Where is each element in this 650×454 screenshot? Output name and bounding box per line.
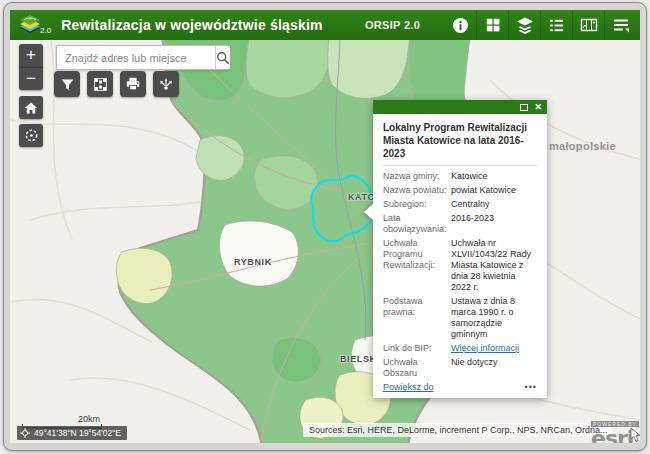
popup-body: Lokalny Program Rewitalizacji Miasta Kat…	[373, 114, 547, 398]
locate-icon	[24, 128, 39, 143]
print-button[interactable]	[120, 71, 146, 97]
mouse-cursor	[630, 428, 640, 443]
field-value: 2016-2023	[451, 213, 537, 235]
app-header: 2.0 Rewitalizacja w województwie śląskim…	[10, 10, 640, 40]
menu-icon[interactable]	[604, 10, 636, 40]
search-icon	[216, 51, 230, 65]
field-label: Link do BIP:	[383, 343, 451, 354]
field-row: Podstawa prawna:Ustawa z dnia 8 marca 19…	[383, 296, 537, 340]
orsip-logo-icon: 2.0	[18, 14, 51, 36]
popup-title: Lokalny Program Rewitalizacji Miasta Kat…	[383, 121, 537, 166]
filter-button[interactable]	[54, 71, 80, 97]
data-grid-button[interactable]	[87, 71, 113, 97]
share-button[interactable]	[153, 71, 179, 97]
field-row: Link do BIP:Więcej informacji	[383, 343, 537, 354]
home-button[interactable]	[19, 96, 43, 119]
map-attribution: Sources: Esri, HERE, DeLorme, increment …	[303, 423, 613, 437]
home-icon	[24, 101, 38, 115]
layers-icon[interactable]	[508, 10, 540, 40]
field-row: Uchwała ObszaruNie dotyczy	[383, 357, 537, 379]
crosshair-icon	[20, 428, 30, 438]
popup-footer: Powiększ do •••	[383, 382, 537, 392]
zoom-control: + −	[19, 44, 43, 90]
field-row: Subregion:Centralny	[383, 199, 537, 210]
field-label: Lata obowiązywania:	[383, 213, 451, 235]
zoom-in-button[interactable]: +	[19, 44, 43, 67]
basemap-icon[interactable]	[572, 10, 604, 40]
locate-button[interactable]	[19, 124, 43, 147]
zoom-out-button[interactable]: −	[19, 67, 43, 90]
print-icon	[125, 76, 141, 92]
field-label: Uchwała Programu Rewitalizacji:	[383, 238, 451, 293]
apps-grid-icon[interactable]	[476, 10, 508, 40]
field-row: Nazwa gminy:Katowice	[383, 171, 537, 182]
search-box	[56, 45, 228, 70]
scale-label: 20km	[22, 414, 102, 424]
app-title: Rewitalizacja w województwie śląskim	[61, 17, 323, 33]
field-label: Podstawa prawna:	[383, 296, 451, 340]
map-canvas[interactable]: opolskie RYBNIK KATOWICE BIELSKO-BIAŁA m…	[10, 40, 640, 443]
zoom-to-link[interactable]: Powiększ do	[383, 382, 434, 392]
app-badge: ORSIP 2.0	[365, 19, 420, 31]
search-button[interactable]	[215, 46, 230, 69]
field-value: Katowice	[451, 171, 537, 182]
field-value: Uchwała nr XLVII/1043/22 Rady Miasta Kat…	[451, 238, 537, 293]
bip-link[interactable]: Więcej informacji	[451, 343, 537, 354]
field-row: Lata obowiązywania:2016-2023	[383, 213, 537, 235]
app-frame: 2.0 Rewitalizacja w województwie śląskim…	[10, 10, 640, 443]
field-value: Nie dotyczy	[451, 357, 537, 379]
field-label: Nazwa powiatu:	[383, 185, 451, 196]
field-value: Ustawa z dnia 8 marca 1990 r. o samorząd…	[451, 296, 537, 340]
maximize-icon[interactable]	[520, 104, 528, 111]
legend-list-icon[interactable]	[540, 10, 572, 40]
info-icon[interactable]	[444, 10, 476, 40]
logo-version-label: 2.0	[40, 26, 51, 35]
field-label: Uchwała Obszaru	[383, 357, 451, 379]
field-label: Subregion:	[383, 199, 451, 210]
search-input[interactable]	[57, 46, 215, 69]
map-toolbar	[54, 71, 179, 97]
share-icon	[158, 76, 174, 92]
field-value: powiat Katowice	[451, 185, 537, 196]
feature-popup: ✕ Lokalny Program Rewitalizacji Miasta K…	[373, 100, 547, 398]
field-label: Nazwa gminy:	[383, 171, 451, 182]
app-window: 2.0 Rewitalizacja w województwie śląskim…	[3, 2, 647, 451]
field-row: Nazwa powiatu:powiat Katowice	[383, 185, 537, 196]
grid-matrix-icon	[93, 77, 108, 92]
field-row: Uchwała Programu Rewitalizacji:Uchwała n…	[383, 238, 537, 293]
header-toolbar	[444, 10, 636, 40]
filter-icon	[60, 77, 75, 92]
close-icon[interactable]: ✕	[534, 103, 542, 112]
popup-titlebar: ✕	[373, 100, 547, 114]
popup-pointer	[364, 204, 373, 220]
coordinates-value: 49°41'38"N 19°54'02"E	[34, 428, 121, 438]
field-value: Centralny	[451, 199, 537, 210]
more-options-icon[interactable]: •••	[525, 382, 537, 392]
coordinates-widget[interactable]: 49°41'38"N 19°54'02"E	[17, 426, 127, 440]
